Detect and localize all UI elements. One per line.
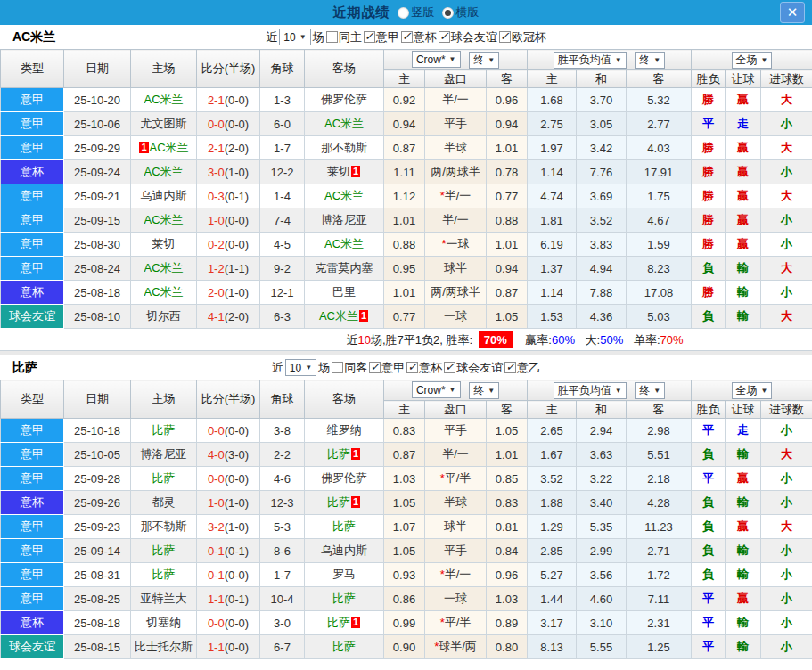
asian-final-select[interactable]: 终 ▼ [469,382,499,399]
cell-result-handicap: 贏 [726,160,761,184]
cell-asian-away-odds: 1.01 [487,443,528,467]
cell-handicap-line: 两/两球半 [425,160,487,184]
halftime-score: (0-1) [225,592,249,606]
cell-away-team: AC米兰 [305,184,384,208]
league-checkbox-serie-b[interactable]: 意乙 [504,360,540,376]
cell-home-team: 切尔西 [131,305,197,329]
result-text: 小 [781,640,792,653]
cell-home-team: AC米兰 [131,281,197,305]
cell-asian-away-odds: 0.96 [487,563,528,587]
cell-away-team: AC米兰 [305,233,384,257]
cell-corner: 10-4 [260,587,305,611]
checkbox-icon [499,31,511,43]
cell-result-wdl: 勝 [692,281,726,305]
cell-result-handicap: 輸 [726,443,761,467]
cell-handicap-line: *平/半 [425,611,487,635]
col-header-corner: 角球 [260,380,305,419]
handicap-rate-value: 60% [552,333,575,347]
asian-final-select[interactable]: 终 ▼ [469,52,499,69]
result-text: 小 [781,592,792,605]
cell-away-team: 罗马 [305,563,384,587]
cell-score: 0-2(0-0) [197,233,260,257]
cell-result-wdl: 勝 [692,88,726,112]
cell-away-team: 比萨1 [305,443,384,467]
match-count-select[interactable]: 10 ▼ [285,359,316,376]
cell-score: 2-0(1-0) [197,281,260,305]
cell-euro-away-odds: 5.03 [627,305,692,329]
team-section: 比萨 近 10 ▼ 场 同客 意甲 意杯 球会友谊 意乙 [0,355,812,659]
handicap-text: 球半 [444,519,467,533]
halftime-score: (0-0) [225,214,249,227]
sub-col-header: 让球 [726,70,761,88]
dialog-title: 近期战绩 [333,4,390,21]
euro-average-select[interactable]: 胜平负均值 ▼ [554,382,627,399]
cell-result-goals: 小 [761,233,812,257]
match-row: 意甲25-09-291AC米兰2-1(2-0)1-7那不勒斯0.87半球1.01… [1,136,812,160]
cell-home-team: 1AC米兰 [131,136,197,160]
result-text: 平 [702,117,714,130]
euro-final-value: 终 [639,53,650,68]
result-text: 大 [781,261,792,274]
cell-euro-away-odds: 2.71 [627,539,692,563]
sub-col-header: 主 [384,401,425,419]
cell-handicap-line: 一球 [425,305,487,329]
cell-asian-away-odds: 0.84 [487,539,528,563]
cell-euro-away-odds: 2.31 [627,611,692,635]
fulltime-score: 3-2 [208,520,225,534]
handicap-text: 平手 [444,117,467,130]
euro-final-select[interactable]: 终 ▼ [635,52,665,69]
cell-home-team: 莱切 [131,233,197,257]
team-name-text: 巴里 [332,285,356,298]
radio-icon [398,7,409,19]
vertical-layout-radio[interactable]: 竖版 [398,4,435,20]
same-venue-checkbox[interactable]: 同主 [326,29,362,45]
cell-home-team: 乌迪内斯 [131,184,197,208]
same-venue-checkbox[interactable]: 同客 [332,360,367,376]
league-checkbox-serie-a[interactable]: 意甲 [369,360,405,376]
team-name-text: 克雷莫内塞 [316,261,373,274]
cell-date: 25-08-31 [64,563,131,587]
handicap-text: 一球 [447,237,470,250]
league-checkbox-coppa[interactable]: 意杯 [401,29,437,45]
league-checkbox-serie-a[interactable]: 意甲 [364,29,399,45]
match-count-select[interactable]: 10 ▼ [279,29,310,45]
close-button[interactable]: ✕ [780,2,805,23]
cell-asian-away-odds: 0.85 [487,467,528,491]
team-name-text: 比萨 [332,640,356,653]
cell-euro-draw-odds: 2.94 [577,419,627,443]
near-label: 近 [266,29,277,45]
team-name-text: 比萨 [152,568,176,581]
euro-average-select[interactable]: 胜平负均值 ▼ [554,52,627,69]
cell-result-wdl: 勝 [692,208,726,233]
result-text: 小 [781,568,792,581]
result-text: 負 [702,543,714,557]
horizontal-layout-radio[interactable]: 横版 [442,4,480,20]
cell-result-wdl: 勝 [692,160,726,184]
fulltime-score: 0-3 [208,190,225,203]
euro-final-select[interactable]: 终 ▼ [635,382,665,399]
fulltime-score: 1-1 [208,592,225,606]
halftime-score: (0-1) [225,190,249,203]
cell-result-goals: 小 [761,467,812,491]
cell-euro-home-odds: 1.88 [528,491,577,515]
fulltime-score: 0-0 [208,424,225,437]
cell-euro-away-odds: 2.98 [627,419,692,443]
cell-date: 25-10-06 [64,112,131,136]
odds-company-select[interactable]: Crow* ▼ [412,381,461,398]
handicap-text: 两/两球半 [431,165,480,178]
league-checkbox-friendly[interactable]: 球会友谊 [439,29,497,45]
sub-col-header: 客 [487,70,528,88]
cell-euro-home-odds: 1.37 [528,257,577,281]
cell-euro-away-odds: 2.77 [627,112,692,136]
same-venue-label: 同主 [339,29,362,45]
fulltime-select[interactable]: 全场 ▼ [732,52,773,69]
cell-handicap-line: 一球 [425,587,487,611]
result-text: 贏 [737,189,749,202]
league-checkbox-friendly[interactable]: 球会友谊 [444,360,503,376]
league-checkbox-coppa[interactable]: 意杯 [406,360,442,376]
odds-company-select[interactable]: Crow* ▼ [412,51,461,68]
cell-corner: 5-3 [260,515,305,539]
cell-result-wdl: 負 [692,539,726,563]
league-checkbox-ucl[interactable]: 欧冠杯 [499,29,546,45]
fulltime-select[interactable]: 全场 ▼ [732,382,773,399]
